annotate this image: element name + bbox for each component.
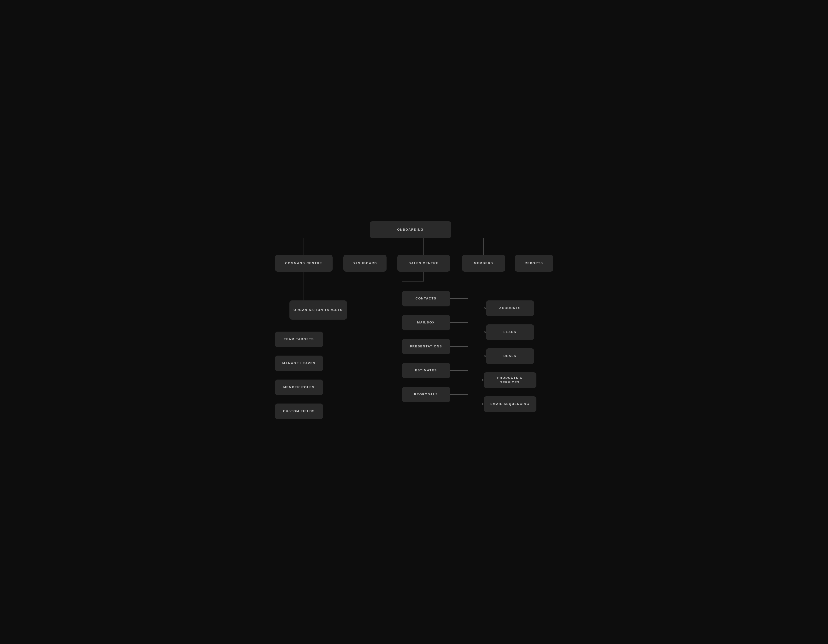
node-accounts: ACCOUNTS [486, 301, 534, 316]
node-proposals: PROPOSALS [402, 387, 450, 402]
node-members: MEMBERS [462, 255, 505, 272]
node-deals: DEALS [486, 348, 534, 364]
node-member-roles: MEMBER ROLES [275, 379, 323, 395]
node-reports: REPORTS [515, 255, 553, 272]
node-leads: LEADS [486, 324, 534, 340]
node-mailbox: MAILBOX [402, 315, 450, 331]
node-dashboard: DASHBOARD [343, 255, 387, 272]
diagram-container: ONBOARDING COMMAND CENTRE DASHBOARD SALE… [270, 214, 558, 430]
node-contacts: CONTACTS [402, 291, 450, 306]
node-manage-leaves: MANAGE LEAVES [275, 356, 323, 371]
node-onboarding: ONBOARDING [370, 221, 451, 238]
node-command-centre: COMMAND CENTRE [275, 255, 332, 272]
node-custom-fields: CUSTOM FIELDS [275, 404, 323, 419]
node-sales-centre: SALES CENTRE [397, 255, 450, 272]
node-team-targets: TEAM TARGETS [275, 332, 323, 347]
node-products-services: PRODUCTS & SERVICES [484, 372, 536, 388]
node-org-targets: ORGANISATION TARGETS [289, 301, 347, 320]
node-presentations: PRESENTATIONS [402, 339, 450, 354]
node-email-sequencing: EMAIL SEQUENCING [484, 396, 536, 412]
node-estimates: ESTIMATES [402, 363, 450, 378]
